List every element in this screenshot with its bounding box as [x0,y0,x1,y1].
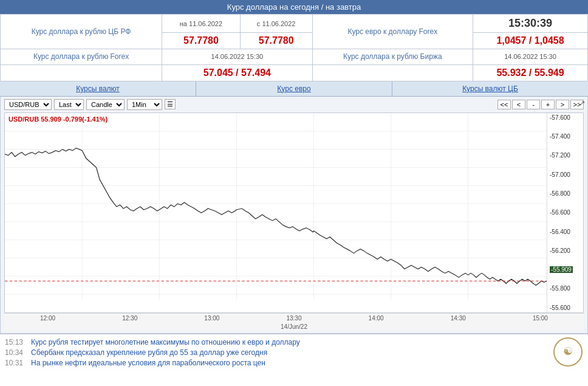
nav-bar: Курсы валют Курс евро Курсы валют ЦБ [0,81,588,97]
news-time-0: 15:13 [5,338,26,346]
y-label-10: -55.600 [550,305,581,311]
interval-select[interactable]: 1Min 5Min 15Min 30Min 1H [127,99,162,110]
svg-text:☯: ☯ [563,345,573,357]
chart-change: -0.799(-1.41%) [63,115,108,123]
news-link-0[interactable]: Курс рубля тестирует многолетние максиму… [31,338,300,346]
chart-area: USD/RUB 55.909 -0.799(-1.41%) -57.600 -5… [4,112,584,313]
cbr-date2: с 11.06.2022 [240,15,312,33]
x-label-4: 14:00 [369,315,384,322]
y-label-0: -57.600 [550,114,581,121]
nav-item-cb[interactable]: Курсы валют ЦБ [392,81,588,96]
forex-rub-value: 57.045 / 57.494 [162,64,312,81]
news-link-1[interactable]: Сбербанк предсказал укрепление рубля до … [31,348,267,357]
news-link-2[interactable]: На рынке нефти идеальные условия для пар… [31,359,265,367]
expand-icon[interactable]: ↗ [579,99,585,107]
usd-rub-bourse-label: Курс доллара к рублю Биржа [312,49,473,65]
pair-select[interactable]: USD/RUB EUR/USD EUR/RUB [4,99,52,110]
news-section: 15:13 Курс рубля тестирует многолетние м… [0,334,588,373]
site-logo: ☯ [553,337,583,367]
price-type-select[interactable]: Last Bid Ask [54,99,84,110]
nav-item-euro[interactable]: Курс евро [196,81,392,96]
indicators-button[interactable]: ☰ [165,99,176,109]
nav-zoom-in-button[interactable]: + [541,100,555,109]
bottom-section: 15:13 Курс рубля тестирует многолетние м… [0,334,588,373]
nav-zoom-out-button[interactable]: - [527,100,540,109]
page-header: Курс доллара на сегодня / на завтра [0,0,588,14]
news-item-2: 10:31 На рынке нефти идеальные условия д… [5,359,583,367]
rates-table: Курс доллара к рублю ЦБ РФ на 11.06.2022… [0,14,588,81]
nav-first-button[interactable]: << [497,100,511,109]
chart-svg [5,113,547,312]
eur-usd-label: Курс евро к доллару Forex [312,15,473,49]
x-axis: 12:00 12:30 13:00 13:30 14:00 14:30 15:0… [4,313,584,323]
cbr-date1: на 11.06.2022 [162,15,241,33]
news-time-1: 10:34 [5,348,26,357]
chart-nav-buttons: << < - + > >> [497,100,584,109]
logo-area: ☯ [553,337,583,369]
y-axis: -57.600 -57.400 -57.200 -57.000 -56.800 … [547,113,583,312]
y-label-4: -56.800 [550,190,581,197]
nav-prev-button[interactable]: < [512,100,525,109]
usd-rub-bourse-date: 14.06.2022 15:30 [473,49,588,65]
y-label-9: -55.800 [550,285,581,292]
news-item-1: 10:34 Сбербанк предсказал укрепление руб… [5,348,583,357]
chart-price: 55.909 [41,115,63,123]
y-label-6: -56.400 [550,229,581,235]
y-label-1: -57.400 [550,133,581,140]
date-label: 14/Jun/22 [4,323,584,331]
forex-rub-label: Курс доллара к рублю Forex [1,49,162,65]
x-label-2: 13:00 [204,315,219,322]
chart-symbol: USD/RUB [9,115,41,123]
y-label-3: -57.000 [550,171,581,178]
y-label-5: -56.600 [550,209,581,216]
cbr-value2: 57.7780 [240,33,312,49]
x-label-1: 12:30 [122,315,137,322]
x-label-6: 15:00 [533,315,548,322]
x-label-0: 12:00 [40,315,55,322]
chart-type-select[interactable]: Candle Line Bar [86,99,125,110]
eur-usd-value: 1,0457 / 1,0458 [473,33,588,49]
usd-rub-bourse-value: 55.932 / 55.949 [473,64,588,81]
forex-rub-date: 14.06.2022 15:30 [162,49,312,65]
chart-section: ↗ USD/RUB EUR/USD EUR/RUB Last Bid Ask C… [0,97,588,334]
header-title: Курс доллара на сегодня / на завтра [227,2,361,12]
nav-next-button[interactable]: > [556,100,569,109]
y-label-2: -57.200 [550,152,581,159]
eur-usd-time: 15:30:39 [473,15,588,33]
y-label-7: -56.200 [550,247,581,254]
y-label-8: -55.909 [550,266,581,273]
cbr-label: Курс доллара к рублю ЦБ РФ [1,15,162,49]
news-time-2: 10:31 [5,359,26,367]
chart-toolbar: USD/RUB EUR/USD EUR/RUB Last Bid Ask Can… [4,99,584,110]
nav-item-currencies[interactable]: Курсы валют [0,81,196,96]
cbr-value1: 57.7780 [162,33,241,49]
x-label-5: 14:30 [451,315,466,322]
chart-price-label: USD/RUB 55.909 -0.799(-1.41%) [9,115,108,123]
price-line [5,148,547,285]
x-label-3: 13:30 [286,315,301,322]
news-item-0: 15:13 Курс рубля тестирует многолетние м… [5,338,583,346]
